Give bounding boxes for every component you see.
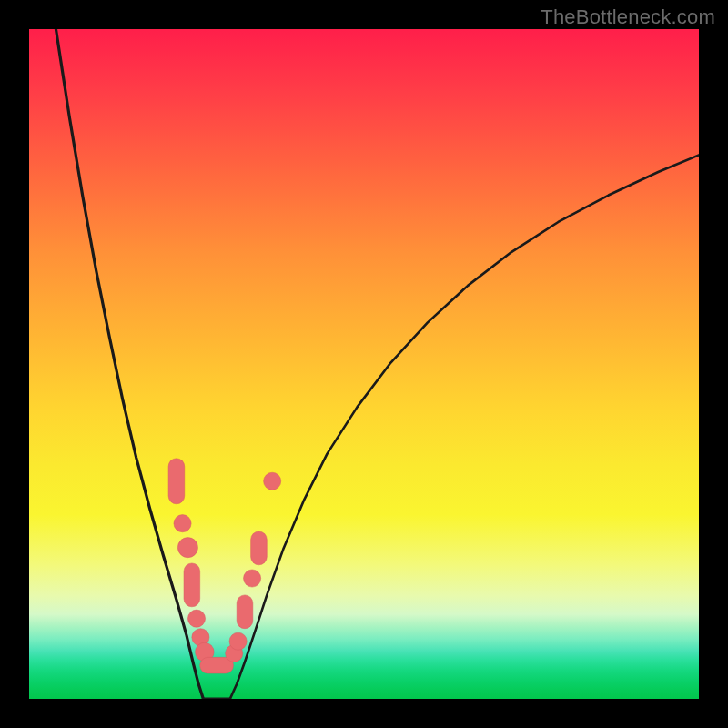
chart-svg [29, 29, 699, 699]
marker-pill-vertical [251, 531, 268, 565]
marker-dot [244, 570, 261, 587]
marker-pill-vertical [237, 595, 253, 629]
marker-dot [174, 515, 191, 532]
marker-dot [264, 472, 281, 490]
marker-pill-vertical [184, 563, 200, 607]
curve-left-curve [56, 29, 203, 699]
marker-dot [187, 610, 205, 627]
marker-pill-vertical [168, 459, 185, 504]
curve-right-curve [230, 155, 699, 699]
chart-frame: TheBottleneck.com [0, 0, 728, 728]
marker-dot [177, 538, 197, 558]
plot-area [29, 29, 699, 699]
watermark-text: TheBottleneck.com [541, 5, 715, 29]
marker-dot [229, 632, 247, 650]
